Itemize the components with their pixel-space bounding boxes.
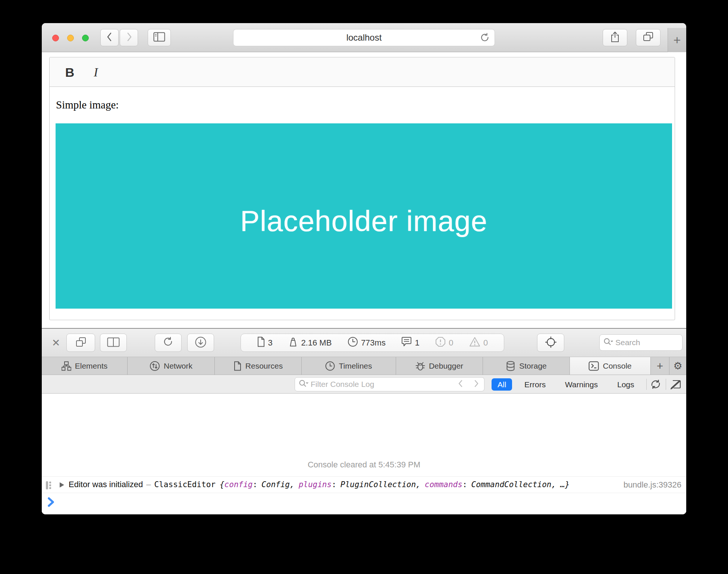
browser-titlebar: localhost xyxy=(42,23,686,52)
log-type-icon xyxy=(45,480,53,492)
log-value-config: Config, xyxy=(261,480,295,489)
timelines-clock-icon xyxy=(325,361,335,371)
console-filter-input[interactable] xyxy=(311,380,434,389)
share-button[interactable] xyxy=(603,29,627,46)
sidebar-toggle-button[interactable] xyxy=(148,29,171,46)
reload-icon xyxy=(163,337,174,349)
weight-icon xyxy=(288,337,298,349)
forward-button[interactable] xyxy=(120,29,138,46)
tab-console[interactable]: Console xyxy=(570,357,651,375)
log-colon: : xyxy=(332,480,336,489)
stat-resources-count: 3 xyxy=(268,338,273,348)
tab-storage[interactable]: Storage xyxy=(483,357,570,375)
network-icon xyxy=(150,361,160,371)
sidebar-icon xyxy=(153,32,165,43)
tab-network-label: Network xyxy=(164,362,192,370)
console-cleared-message: Console cleared at 5:45:39 PM xyxy=(42,460,686,470)
stat-errors[interactable]: 0 xyxy=(435,337,453,349)
gear-icon: ⚙ xyxy=(673,360,682,372)
stat-resources: 3 xyxy=(257,337,273,349)
web-inspector: ✕ xyxy=(42,328,686,514)
log-tail: …} xyxy=(560,480,569,489)
inspector-settings-button[interactable]: ⚙ xyxy=(669,357,686,375)
tab-elements[interactable]: Elements xyxy=(42,357,128,375)
tab-resources[interactable]: Resources xyxy=(215,357,302,375)
clear-on-reload-button[interactable] xyxy=(650,378,662,392)
log-source-link[interactable]: bundle.js:39326 xyxy=(624,480,681,490)
inspector-search-field[interactable] xyxy=(599,334,682,351)
crosshair-icon xyxy=(545,336,557,350)
divider xyxy=(666,379,666,390)
stat-load-time: 773ms xyxy=(348,337,386,349)
download-web-archive-button[interactable] xyxy=(187,334,214,352)
tab-network[interactable]: Network xyxy=(128,357,215,375)
italic-button[interactable]: I xyxy=(87,63,105,81)
debugger-bug-icon xyxy=(415,361,425,371)
tab-overview-button[interactable] xyxy=(636,29,660,46)
resources-document-icon xyxy=(233,361,242,371)
search-icon xyxy=(603,338,613,347)
detach-inspector-button[interactable] xyxy=(66,334,95,352)
console-filter-field[interactable] xyxy=(295,377,453,391)
log-key-plugins: plugins xyxy=(299,480,332,489)
close-window-button[interactable] xyxy=(52,35,59,41)
split-view-button[interactable] xyxy=(100,334,127,352)
placeholder-image[interactable]: Placeholder image xyxy=(56,123,672,309)
error-octagon-icon xyxy=(435,337,446,349)
element-picker-button[interactable] xyxy=(537,334,564,352)
scope-all[interactable]: All xyxy=(492,378,512,391)
plus-icon: + xyxy=(674,33,681,47)
web-page: B I Simple image: Placeholder image xyxy=(42,53,686,328)
log-message: Editor was initialized–ClassicEditor{con… xyxy=(69,480,569,489)
log-key-config: config xyxy=(225,480,253,489)
stat-console-messages[interactable]: 1 xyxy=(401,337,419,349)
search-input[interactable] xyxy=(615,338,668,347)
log-value-commands: CommandCollection, xyxy=(471,480,556,489)
address-bar[interactable]: localhost xyxy=(233,29,495,46)
minimize-window-button[interactable] xyxy=(67,35,74,41)
reload-page-button[interactable] xyxy=(155,334,182,352)
console-log-row[interactable]: Editor was initialized–ClassicEditor{con… xyxy=(42,476,686,493)
console-prompt-chevron-icon[interactable] xyxy=(47,497,56,508)
zoom-window-button[interactable] xyxy=(82,35,89,41)
new-inspector-tab-button[interactable]: + xyxy=(651,357,669,375)
stat-load-time-value: 773ms xyxy=(361,338,386,348)
close-inspector-button[interactable]: ✕ xyxy=(50,337,62,349)
placeholder-image-label: Placeholder image xyxy=(240,194,487,238)
log-class-name: ClassicEditor xyxy=(154,480,216,489)
tab-console-label: Console xyxy=(603,362,631,370)
scope-warnings[interactable]: Warnings xyxy=(565,378,598,391)
reload-icon[interactable] xyxy=(480,33,490,45)
log-colon: : xyxy=(462,480,467,489)
new-tab-button[interactable]: + xyxy=(668,28,686,52)
tab-resources-label: Resources xyxy=(245,362,283,370)
resource-stats-group: 3 2.16 MB xyxy=(241,334,504,352)
clear-console-button[interactable] xyxy=(670,378,682,392)
inspector-tab-bar: Elements Network xyxy=(42,357,686,375)
scope-errors[interactable]: Errors xyxy=(524,378,546,391)
disclosure-triangle[interactable] xyxy=(60,482,64,488)
tab-debugger[interactable]: Debugger xyxy=(396,357,483,375)
log-brace: { xyxy=(220,480,225,489)
tabs-overview-icon xyxy=(643,32,654,44)
log-value-plugins: PluginCollection, xyxy=(341,480,421,489)
scope-logs[interactable]: Logs xyxy=(617,378,634,391)
share-icon xyxy=(610,31,620,44)
tab-timelines-label: Timelines xyxy=(339,362,372,370)
split-columns-icon xyxy=(107,337,120,348)
stat-warnings[interactable]: 0 xyxy=(469,337,488,349)
log-colon: : xyxy=(252,480,257,489)
back-button[interactable] xyxy=(100,29,119,46)
chevron-right-icon xyxy=(473,379,480,390)
editor-content[interactable]: Simple image: Placeholder image xyxy=(50,87,675,320)
tab-timelines[interactable]: Timelines xyxy=(302,357,396,375)
address-bar-url: localhost xyxy=(346,32,382,43)
console-filter-bar: All Errors Warnings Logs xyxy=(42,375,686,394)
rich-text-editor: B I Simple image: Placeholder image xyxy=(49,57,675,320)
find-previous-button[interactable] xyxy=(453,377,469,391)
stat-errors-count: 0 xyxy=(449,338,453,348)
find-next-button[interactable] xyxy=(468,377,484,391)
bold-button[interactable]: B xyxy=(61,63,79,81)
search-icon xyxy=(299,379,308,389)
detach-window-icon xyxy=(75,337,87,349)
